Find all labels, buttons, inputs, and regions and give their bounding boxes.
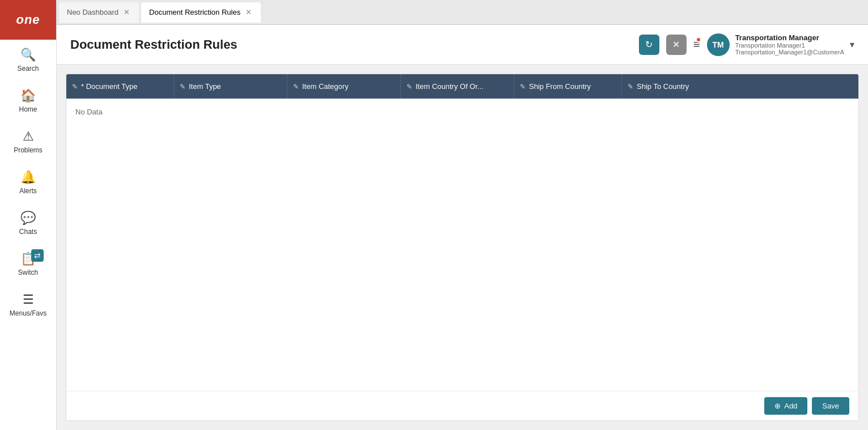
col-header-item-country[interactable]: ✎ Item Country Of Or... (401, 74, 514, 99)
col-header-ship-from[interactable]: ✎ Ship From Country (514, 74, 622, 99)
tab-label: Document Restriction Rules (149, 8, 240, 16)
sidebar-item-label: Alerts (19, 187, 37, 195)
edit-icon: ✎ (520, 83, 526, 91)
home-icon: 🏠 (20, 88, 36, 103)
col-header-item-type[interactable]: ✎ Item Type (174, 74, 287, 99)
sidebar-item-alerts[interactable]: 🔔 Alerts (0, 162, 56, 203)
col-header-item-category[interactable]: ✎ Item Category (287, 74, 401, 99)
app-logo[interactable]: one (0, 0, 56, 40)
notification-dot (696, 37, 701, 42)
logo-text: one (16, 12, 40, 27)
save-label: Save (822, 402, 839, 410)
col-label-item-category: Item Category (302, 82, 349, 91)
tab-label: Neo Dashboard (67, 8, 118, 16)
sidebar-item-label: Switch (18, 269, 38, 276)
sidebar-item-label: Search (17, 65, 39, 73)
col-label-item-type: Item Type (189, 82, 221, 91)
user-section: TM Transportation Manager Transportation… (707, 33, 854, 56)
table-footer: ⊕ Add Save (66, 391, 858, 420)
menu-icon: ☰ (23, 292, 34, 307)
edit-icon: ✎ (407, 83, 412, 91)
header-actions: ↻ ✕ ≡ TM Transportation Manager Transpor… (639, 33, 854, 56)
col-header-doc-type[interactable]: ✎ * Document Type (66, 74, 174, 99)
edit-icon: ✎ (628, 83, 633, 91)
sidebar-item-label: Menus/Favs (10, 309, 46, 317)
page-header: Document Restriction Rules ↻ ✕ ≡ TM Tran… (57, 25, 868, 65)
user-role: Transportation Manager1 (735, 42, 844, 49)
sidebar-item-label: Problems (14, 146, 43, 154)
user-email: Transportation_Manager1@CustomerA (735, 49, 844, 56)
col-label-ship-from: Ship From Country (529, 82, 591, 91)
menu-button[interactable]: ≡ (693, 38, 700, 51)
switch-badge: ⇄ (31, 249, 44, 262)
user-menu-chevron[interactable]: ▾ (850, 39, 854, 50)
refresh-button[interactable]: ↻ (639, 35, 659, 55)
search-icon: 🔍 (20, 48, 36, 62)
table-body: No Data (66, 99, 858, 391)
warning-icon: ⚠ (23, 129, 34, 144)
bell-icon: 🔔 (20, 170, 36, 185)
edit-icon: ✎ (72, 83, 78, 91)
sidebar: one 🔍 Search 🏠 Home ⚠ Problems 🔔 Alerts … (0, 0, 57, 430)
edit-icon: ✎ (293, 83, 299, 91)
page-title: Document Restriction Rules (70, 37, 238, 52)
sidebar-item-problems[interactable]: ⚠ Problems (0, 121, 56, 162)
page-content: Document Restriction Rules ↻ ✕ ≡ TM Tran… (57, 25, 868, 430)
add-label: Add (784, 402, 797, 410)
sidebar-item-switch[interactable]: 📋 ⇄ Switch (0, 244, 56, 284)
tab-doc-restriction[interactable]: Document Restriction Rules ✕ (141, 2, 261, 23)
tab-close-neo-dashboard[interactable]: ✕ (122, 8, 131, 17)
add-icon: ⊕ (774, 402, 781, 410)
col-label-ship-to: Ship To Country (637, 82, 689, 91)
sidebar-item-label: Chats (19, 228, 37, 236)
sidebar-item-chats[interactable]: 💬 Chats (0, 203, 56, 244)
table-header: ✎ * Document Type ✎ Item Type ✎ Item Cat… (66, 74, 858, 99)
sidebar-item-home[interactable]: 🏠 Home (0, 80, 56, 121)
sidebar-item-search[interactable]: 🔍 Search (0, 40, 56, 80)
save-button[interactable]: Save (812, 397, 849, 415)
tab-neo-dashboard[interactable]: Neo Dashboard ✕ (59, 2, 139, 23)
col-label-doc-type: * Document Type (81, 82, 137, 91)
edit-icon: ✎ (180, 83, 185, 91)
sidebar-item-menus[interactable]: ☰ Menus/Favs (0, 284, 56, 325)
col-header-ship-to[interactable]: ✎ Ship To Country (622, 74, 858, 99)
chat-icon: 💬 (20, 211, 36, 225)
avatar: TM (707, 33, 730, 56)
tab-close-doc-restriction[interactable]: ✕ (244, 8, 253, 17)
no-data-text: No Data (75, 108, 103, 116)
sidebar-item-label: Home (19, 105, 37, 113)
close-button[interactable]: ✕ (666, 35, 687, 55)
user-name: Transportation Manager (735, 33, 844, 42)
table-container: ✎ * Document Type ✎ Item Type ✎ Item Cat… (66, 74, 859, 421)
add-button[interactable]: ⊕ Add (764, 397, 807, 415)
tab-bar: Neo Dashboard ✕ Document Restriction Rul… (57, 0, 868, 25)
main-content: Neo Dashboard ✕ Document Restriction Rul… (57, 0, 868, 430)
user-info: Transportation Manager Transportation Ma… (735, 33, 844, 56)
col-label-item-country: Item Country Of Or... (416, 82, 484, 91)
